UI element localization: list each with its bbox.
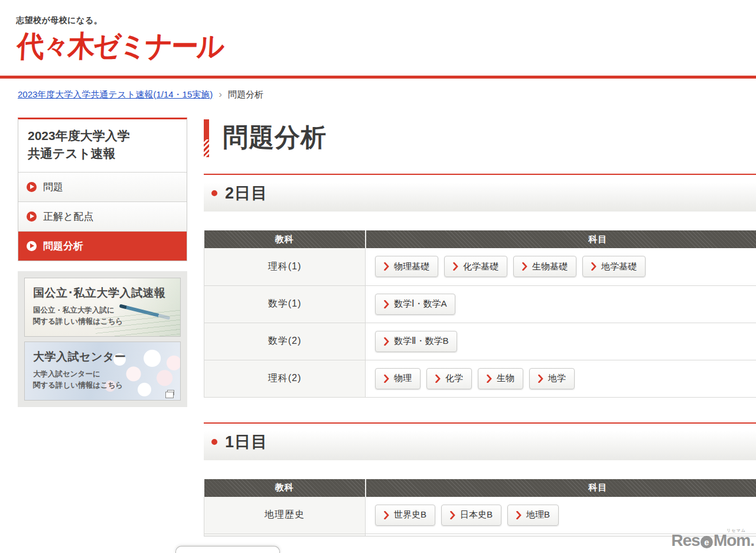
- course-button[interactable]: 化学: [426, 368, 472, 389]
- course-label: 生物: [497, 373, 514, 384]
- main-content: 問題分析 2日目 教科 科目 理科(1) 物理基礎 化学基礎 生物基礎 地学基礎: [204, 118, 756, 536]
- sidebar-nav: 2023年度大学入学 共通テスト速報 問題 正解と配点 問題分析: [18, 118, 187, 261]
- chevron-right-icon: [591, 262, 597, 271]
- course-button[interactable]: 化学基礎: [444, 256, 507, 277]
- banner-title: 大学入試センター: [33, 349, 172, 365]
- course-label: 物理基礎: [394, 261, 429, 272]
- play-circle-icon: [27, 182, 37, 192]
- chevron-right-icon: [453, 262, 458, 271]
- courses-cell: 物理 化学 生物 地学: [366, 360, 756, 397]
- course-button[interactable]: 世界史B: [375, 505, 435, 526]
- title-accent-bar: [204, 119, 209, 157]
- resemom-watermark: リセマムReseMom.: [672, 532, 754, 549]
- table-row: 理科(2) 物理 化学 生物 地学: [204, 360, 756, 397]
- table-row: 理科(1) 物理基礎 化学基礎 生物基礎 地学基礎: [204, 248, 756, 285]
- chevron-right-icon: [522, 262, 527, 271]
- subjects-table: 教科 科目 地理歴史 世界史B 日本史B 地理B: [204, 479, 756, 537]
- course-label: 生物基礎: [532, 261, 568, 272]
- section-head: 2日目: [204, 175, 756, 212]
- sidebar-item-link[interactable]: 問題: [18, 172, 187, 201]
- resemom-katakana: リセマム: [726, 528, 746, 532]
- banner-title: 国公立･私立大学入試速報: [33, 285, 172, 301]
- play-circle-icon: [27, 212, 37, 222]
- logo-tagline: 志望校が母校になる。: [16, 15, 756, 26]
- course-button[interactable]: 地理B: [507, 505, 559, 526]
- table-row: 数学(2) 数学Ⅱ・数学B: [204, 323, 756, 360]
- promo-banner[interactable]: 国公立･私立大学入試速報 国公立・私立大学入試に 関する詳しい情報はこちら: [24, 278, 181, 337]
- banner-box: 国公立･私立大学入試速報 国公立・私立大学入試に 関する詳しい情報はこちら 大学…: [18, 271, 187, 407]
- site-header: 志望校が母校になる。 代々木ゼミナール: [0, 0, 756, 79]
- subjects-table: 教科 科目 理科(1) 物理基礎 化学基礎 生物基礎 地学基礎 数学(1) 数学…: [204, 230, 756, 398]
- subject-cell: 数学(1): [204, 285, 366, 323]
- chevron-right-icon: [384, 337, 389, 346]
- subject-cell: 理科(2): [204, 360, 366, 397]
- course-button[interactable]: 数学Ⅱ・数学B: [375, 331, 457, 352]
- course-button[interactable]: 地学: [529, 368, 575, 389]
- breadcrumb-current: 問題分析: [228, 89, 263, 100]
- courses-cell: 数学Ⅰ・数学A: [366, 285, 756, 323]
- chevron-right-icon: [450, 511, 455, 519]
- breadcrumb-link[interactable]: 2023年度大学入学共通テスト速報(1/14・15実施): [18, 89, 213, 100]
- course-button[interactable]: 物理: [375, 368, 421, 389]
- section-heading: 2日目: [225, 183, 268, 204]
- sidebar-item-label: 問題: [43, 180, 63, 194]
- day-section: 1日目 教科 科目 地理歴史 世界史B 日本史B 地理B: [204, 422, 756, 537]
- table-row: 数学(1) 数学Ⅰ・数学A: [204, 285, 756, 323]
- breadcrumb: 2023年度大学入学共通テスト速報(1/14・15実施) › 問題分析: [0, 79, 756, 109]
- chevron-right-icon: [487, 375, 492, 383]
- course-label: 数学Ⅰ・数学A: [394, 298, 447, 310]
- sidebar-item-active[interactable]: 問題分析: [18, 231, 187, 261]
- course-label: 化学: [445, 373, 463, 384]
- course-label: 数学Ⅱ・数学B: [394, 336, 448, 347]
- chevron-right-icon: [435, 375, 441, 383]
- sidebar: 2023年度大学入学 共通テスト速報 問題 正解と配点 問題分析 国公立･私立大…: [18, 118, 187, 407]
- subject-cell: 理科(1): [204, 248, 366, 285]
- course-label: 物理: [394, 373, 412, 384]
- course-label: 化学基礎: [463, 261, 498, 272]
- promo-banner[interactable]: 大学入試センター 大学入試センターに 関する詳しい情報はこちら: [24, 341, 181, 401]
- section-head: 1日目: [204, 424, 756, 460]
- course-label: 地理B: [526, 509, 550, 521]
- chevron-right-icon: [538, 375, 543, 383]
- course-button[interactable]: 数学Ⅰ・数学A: [375, 294, 455, 315]
- external-link-icon: [167, 390, 174, 395]
- page-title: 問題分析: [223, 118, 756, 157]
- col-subject-header: 教科: [204, 230, 366, 248]
- chevron-right-icon: [384, 300, 389, 308]
- banner-subtitle: 国公立・私立大学入試に 関する詳しい情報はこちら: [33, 305, 172, 328]
- course-button[interactable]: 生物: [478, 368, 523, 389]
- day-section: 2日目 教科 科目 理科(1) 物理基礎 化学基礎 生物基礎 地学基礎 数学(1…: [204, 174, 756, 398]
- resemom-logo-dot: e: [700, 536, 713, 548]
- banner-subtitle: 大学入試センターに 関する詳しい情報はこちら: [33, 369, 172, 392]
- breadcrumb-separator: ›: [219, 89, 222, 100]
- courses-cell: 数学Ⅱ・数学B: [366, 323, 756, 360]
- course-label: 世界史B: [394, 509, 426, 521]
- courses-cell: 世界史B 日本史B 地理B: [366, 497, 756, 534]
- course-button[interactable]: 日本史B: [441, 505, 501, 526]
- chevron-right-icon: [516, 511, 522, 519]
- sidebar-item-link[interactable]: 正解と配点: [18, 201, 187, 231]
- sidebar-title: 2023年度大学入学 共通テスト速報: [18, 119, 187, 172]
- course-label: 地学基礎: [601, 261, 637, 272]
- subject-cell: 地理歴史: [204, 497, 366, 534]
- sidebar-item-label: 正解と配点: [43, 210, 93, 223]
- col-subject-header: 教科: [204, 479, 366, 497]
- ring-icon: [211, 190, 217, 196]
- chevron-right-icon: [384, 262, 389, 271]
- play-circle-icon: [27, 241, 37, 251]
- page-title-block: 問題分析: [204, 118, 756, 160]
- course-button[interactable]: 生物基礎: [513, 256, 576, 277]
- course-button[interactable]: 地学基礎: [582, 256, 646, 277]
- col-course-header: 科目: [366, 230, 756, 248]
- chevron-right-icon: [384, 375, 389, 383]
- bottom-popup-tab[interactable]: [175, 546, 280, 553]
- yozemi-logo[interactable]: 代々木ゼミナール: [16, 27, 224, 66]
- course-label: 日本史B: [460, 509, 493, 521]
- table-row: 地理歴史 世界史B 日本史B 地理B: [204, 497, 756, 534]
- section-heading: 1日目: [225, 431, 268, 453]
- chevron-right-icon: [384, 511, 389, 519]
- subject-cell: 数学(2): [204, 323, 366, 360]
- course-button[interactable]: 物理基礎: [375, 256, 438, 277]
- course-label: 地学: [548, 373, 566, 384]
- sidebar-item-label: 問題分析: [43, 239, 83, 253]
